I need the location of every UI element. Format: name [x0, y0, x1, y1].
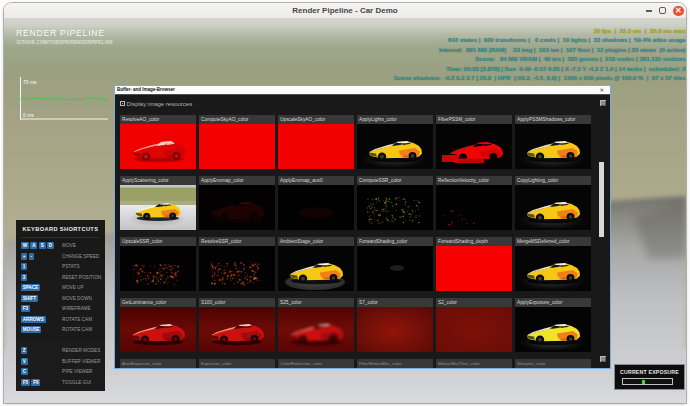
svg-text:0 ms: 0 ms — [23, 112, 34, 118]
svg-text:70 ms: 70 ms — [23, 79, 37, 85]
